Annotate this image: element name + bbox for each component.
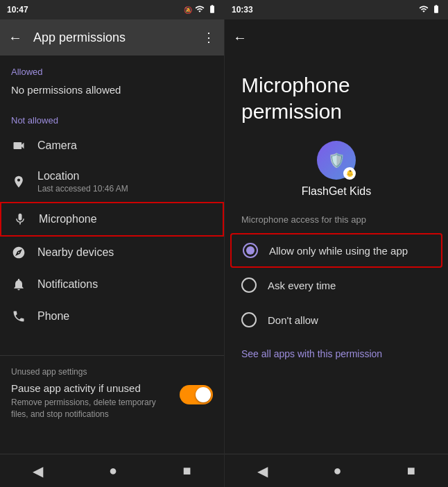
location-icon	[11, 174, 26, 189]
unused-text: Pause app activity if unused Remove perm…	[11, 382, 171, 420]
microphone-icon	[12, 212, 28, 227]
phone-icon	[11, 309, 26, 324]
battery-icon	[207, 4, 217, 15]
left-status-icons: 🔕	[184, 4, 217, 15]
unused-title: Pause app activity if unused	[11, 382, 171, 394]
ask-every-time-option[interactable]: Ask every time	[225, 268, 448, 302]
notifications-item-text: Notifications	[37, 278, 98, 291]
right-back-nav-button[interactable]: ◀	[252, 457, 273, 485]
dont-allow-label: Don't allow	[268, 314, 318, 326]
camera-label: Camera	[37, 139, 77, 152]
mic-access-label: Microphone access for this app	[225, 209, 448, 233]
notifications-label: Notifications	[37, 278, 98, 291]
left-time: 10:47	[7, 5, 28, 15]
location-permission-item[interactable]: Location Last accessed 10:46 AM	[0, 162, 224, 202]
right-recent-nav-button[interactable]: ■	[402, 457, 421, 484]
location-item-text: Location Last accessed 10:46 AM	[37, 170, 128, 194]
permission-title: Microphone permission	[225, 55, 448, 130]
allow-while-using-option[interactable]: Allow only while using the app	[230, 233, 442, 268]
camera-icon	[11, 138, 26, 153]
left-back-nav-button[interactable]: ◀	[27, 457, 49, 485]
left-recent-nav-button[interactable]: ■	[178, 457, 197, 484]
toggle-knob	[196, 387, 211, 402]
unused-app-settings-section: Unused app settings Pause app activity i…	[0, 355, 224, 432]
phone-label: Phone	[37, 310, 69, 323]
not-allowed-section-header: Not allowed	[0, 104, 224, 130]
unused-header: Unused app settings	[11, 367, 213, 377]
right-nav-bar: ◀ ● ■	[225, 454, 448, 487]
left-toolbar: ← App permissions ⋮	[0, 19, 224, 55]
wifi-icon	[195, 4, 205, 15]
phone-permission-item[interactable]: Phone	[0, 300, 224, 332]
notification-icon: 🔕	[184, 6, 192, 14]
nearby-permission-item[interactable]: Nearby devices	[0, 237, 224, 268]
allow-while-using-label: Allow only while using the app	[269, 245, 408, 257]
phone-item-text: Phone	[37, 310, 69, 323]
dont-allow-option[interactable]: Don't allow	[225, 302, 448, 337]
nearby-icon	[11, 245, 26, 260]
camera-item-text: Camera	[37, 139, 77, 152]
app-name: FlashGet Kids	[302, 185, 371, 198]
camera-permission-item[interactable]: Camera	[0, 130, 224, 162]
ask-every-time-label: Ask every time	[268, 280, 336, 291]
allowed-section-header: Allowed	[0, 55, 224, 81]
right-battery-icon	[431, 4, 441, 15]
left-back-button[interactable]: ←	[6, 27, 25, 49]
app-info-section: 🛡️ 👶 FlashGet Kids	[225, 130, 448, 209]
nearby-item-text: Nearby devices	[37, 246, 114, 259]
left-home-nav-button[interactable]: ●	[103, 457, 123, 484]
unused-row: Pause app activity if unused Remove perm…	[11, 382, 213, 420]
allow-while-using-radio	[243, 243, 258, 258]
location-label: Location	[37, 170, 128, 182]
right-panel: 10:33 ← Microphone permission 🛡️ 👶 Flash…	[224, 0, 448, 487]
pause-activity-toggle[interactable]	[180, 385, 213, 404]
left-panel: 10:47 🔕 ← App permissions ⋮ Allowed No p…	[0, 0, 224, 487]
dont-allow-radio	[241, 312, 257, 327]
see-all-apps-link[interactable]: See all apps with this permission	[225, 337, 448, 370]
right-time: 10:33	[232, 5, 253, 15]
nearby-label: Nearby devices	[37, 246, 114, 259]
notifications-icon	[11, 277, 26, 292]
app-icon: 🛡️ 👶	[317, 141, 356, 180]
notifications-permission-item[interactable]: Notifications	[0, 268, 224, 300]
microphone-permission-item[interactable]: Microphone	[0, 202, 224, 237]
right-status-bar: 10:33	[225, 0, 448, 19]
right-back-button[interactable]: ←	[230, 27, 250, 49]
no-permissions-text: No permissions allowed	[0, 81, 224, 104]
microphone-item-text: Microphone	[39, 213, 97, 225]
left-nav-bar: ◀ ● ■	[0, 454, 224, 487]
microphone-label: Microphone	[39, 213, 97, 225]
child-badge: 👶	[343, 167, 356, 180]
left-toolbar-title: App permissions	[33, 31, 191, 45]
right-home-nav-button[interactable]: ●	[327, 457, 347, 484]
right-status-icons	[419, 4, 441, 15]
more-options-button[interactable]: ⋮	[200, 27, 218, 48]
right-wifi-icon	[419, 4, 429, 15]
right-toolbar: ←	[225, 19, 448, 55]
unused-description: Remove permissions, delete temporary fil…	[11, 397, 171, 420]
left-status-bar: 10:47 🔕	[0, 0, 224, 19]
location-sublabel: Last accessed 10:46 AM	[37, 184, 128, 194]
radio-inner-selected	[246, 246, 255, 255]
ask-every-time-radio	[241, 277, 257, 293]
